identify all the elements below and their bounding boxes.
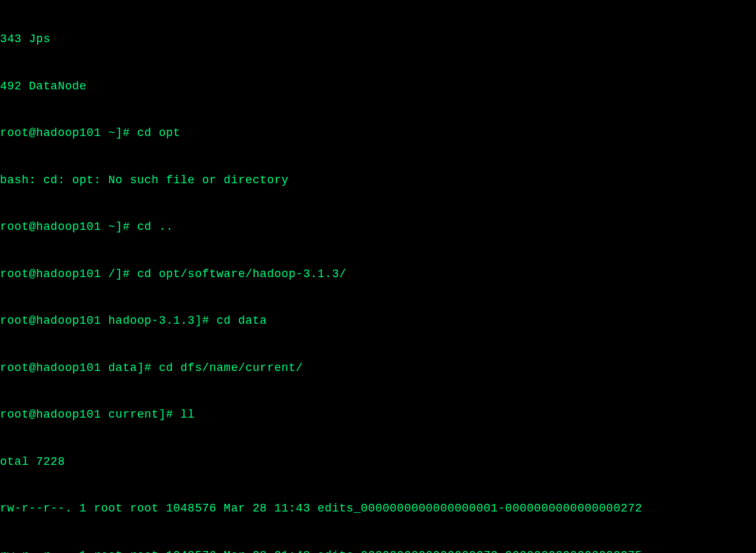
terminal-line: otal 7228 <box>0 454 756 470</box>
terminal-line: rw-r--r--. 1 root root 1048576 Mar 28 21… <box>0 548 756 554</box>
terminal-line: 343 Jps <box>0 31 756 47</box>
terminal-line: root@hadoop101 current]# ll <box>0 407 756 423</box>
terminal-line: root@hadoop101 ~]# cd .. <box>0 219 756 235</box>
terminal-line: root@hadoop101 hadoop-3.1.3]# cd data <box>0 313 756 329</box>
terminal-line: 492 DataNode <box>0 79 756 95</box>
terminal-output[interactable]: 343 Jps 492 DataNode root@hadoop101 ~]# … <box>0 0 756 553</box>
terminal-line: root@hadoop101 data]# cd dfs/name/curren… <box>0 360 756 376</box>
terminal-line: rw-r--r--. 1 root root 1048576 Mar 28 11… <box>0 501 756 517</box>
terminal-line: root@hadoop101 ~]# cd opt <box>0 125 756 141</box>
terminal-line: bash: cd: opt: No such file or directory <box>0 172 756 188</box>
terminal-line: root@hadoop101 /]# cd opt/software/hadoo… <box>0 266 756 282</box>
